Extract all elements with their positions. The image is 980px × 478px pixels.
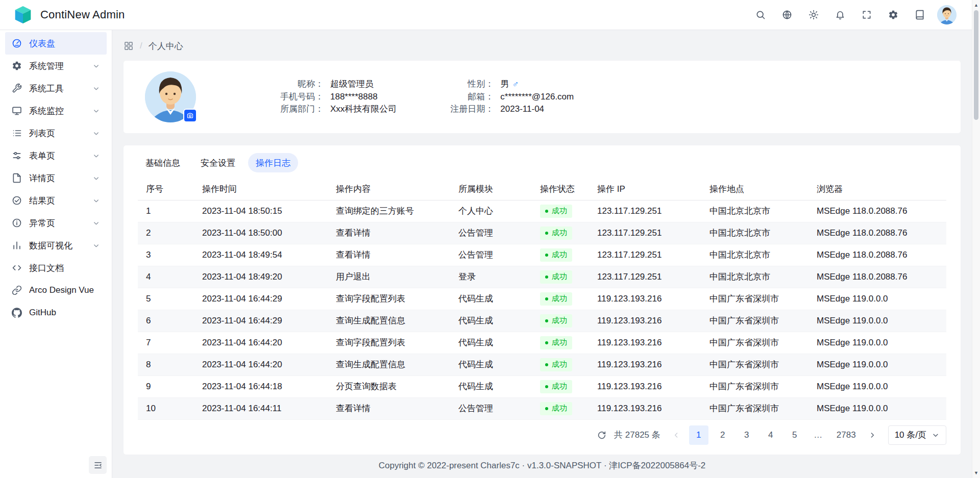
avatar-image [937,5,957,24]
cell-index: 3 [138,244,194,266]
page-button[interactable]: 1 [689,425,708,445]
status-badge: 成功 [540,336,572,349]
status-dot-icon [545,363,548,366]
page-button[interactable]: 3 [737,425,756,445]
page-button[interactable]: 4 [761,425,780,445]
breadcrumb-current: 个人中心 [149,40,183,52]
cell-browser: MSEdge 119.0.0.0 [808,332,946,354]
column-header: 操作状态 [532,178,589,200]
sidebar-collapse-button[interactable] [89,456,107,474]
sidebar-item[interactable]: 系统工具 [5,77,107,99]
user-avatar[interactable] [937,5,957,24]
status-label: 成功 [552,360,567,369]
refresh-button[interactable] [594,427,609,443]
sidebar-item[interactable]: 仪表盘 [5,32,107,55]
field-label: 手机号码： [236,91,324,104]
page-button[interactable]: 2783 [833,425,860,445]
sidebar-item[interactable]: 接口文档 [5,257,107,279]
page-button[interactable]: 5 [785,425,804,445]
sidebar-item-label: Arco Design Vue [29,285,100,295]
docs-button[interactable] [911,6,929,24]
fullscreen-button[interactable] [857,6,876,24]
change-avatar-button[interactable] [183,109,197,122]
cell-ip: 119.123.193.216 [589,375,701,397]
sidebar-item[interactable]: GitHub [5,301,107,324]
cell-ip: 119.123.193.216 [589,288,701,310]
sidebar-item[interactable]: 系统管理 [5,55,107,77]
cell-content: 查询绑定的三方账号 [328,200,450,222]
scrollbar-down-arrow[interactable]: ▼ [972,469,980,476]
profile-fields-right: 性别： 男 ♂ 邮箱： c********@126.com 注册日期： 2023… [427,78,574,116]
search-button[interactable] [751,6,770,24]
field-value: 超级管理员 [330,78,374,91]
next-page-button[interactable] [864,427,880,443]
page-size-select[interactable]: 10 条/页 [888,425,946,445]
scrollbar-up-arrow[interactable]: ▲ [972,2,980,9]
cell-index: 2 [138,222,194,244]
cell-time: 2023-11-04 16:44:11 [194,397,328,419]
profile-avatar[interactable] [145,71,196,122]
page-scrollbar[interactable]: ▲ ▼ [972,0,980,478]
chevron-down-icon [92,85,100,92]
table-row: 92023-11-04 16:44:18分页查询数据表代码生成成功119.123… [138,375,946,397]
sidebar-item[interactable]: 详情页 [5,167,107,189]
status-label: 成功 [552,228,567,238]
page-list: 12345…2783 [689,425,860,445]
app-root: ContiNew Admin 仪表盘系统管理系统工具系统监控列表页表单页详情页结… [0,0,972,478]
status-badge: 成功 [540,380,572,393]
sidebar-item[interactable]: 结果页 [5,189,107,212]
table-row: 22023-11-04 18:50:00查看详情公告管理成功123.117.12… [138,222,946,244]
tab-security-settings[interactable]: 安全设置 [193,153,243,172]
sidebar-item[interactable]: 系统监控 [5,99,107,122]
settings-button[interactable] [884,6,902,24]
page-ellipsis[interactable]: … [809,425,828,445]
chevron-down-icon [92,152,100,160]
cell-content: 查询字段配置列表 [328,332,450,354]
pagination: 共 27825 条 12345…2783 10 条/页 [138,425,946,445]
file-icon [12,173,22,183]
status-badge: 成功 [540,292,572,306]
page-button[interactable]: 2 [713,425,732,445]
cell-browser: MSEdge 119.0.0.0 [808,375,946,397]
apps-grid-icon[interactable] [124,41,134,51]
status-label: 成功 [552,272,567,282]
tab-operation-log[interactable]: 操作日志 [248,153,298,172]
status-dot-icon [545,275,548,279]
sidebar-item[interactable]: 列表页 [5,122,107,144]
status-dot-icon [545,297,548,300]
profile-fields-left: 昵称： 超级管理员 手机号码： 188****8888 所属部门： Xxx科技有… [236,78,397,116]
language-button[interactable] [778,6,796,24]
chevron-left-icon [672,431,680,439]
table-row: 102023-11-04 16:44:11查看详情公告管理成功119.123.1… [138,397,946,419]
table-header-row: 序号操作时间操作内容所属模块操作状态操作 IP操作地点浏览器 [138,178,946,200]
male-symbol: ♂ [512,78,519,91]
status-dot-icon [545,319,548,322]
table-row: 62023-11-04 16:44:29查询生成配置信息代码生成成功119.12… [138,310,946,332]
prev-page-button[interactable] [668,427,684,443]
cell-browser: MSEdge 119.0.0.0 [808,397,946,419]
sidebar-item[interactable]: 异常页 [5,212,107,234]
cell-index: 9 [138,375,194,397]
sidebar-item[interactable]: 数据可视化 [5,234,107,257]
translate-icon [782,10,792,20]
theme-toggle-button[interactable] [804,6,823,24]
cell-status: 成功 [532,354,589,375]
notifications-button[interactable] [831,6,849,24]
column-header: 操作内容 [328,178,450,200]
copyright-text: Copyright © 2022-present Charles7c · v1.… [379,460,706,471]
cell-content: 查询字段配置列表 [328,288,450,310]
cell-ip: 119.123.193.216 [589,310,701,332]
table-row: 72023-11-04 16:44:20查询字段配置列表代码生成成功119.12… [138,332,946,354]
sidebar-item[interactable]: 表单页 [5,144,107,167]
sidebar-item-label: 数据可视化 [29,240,85,251]
cell-location: 中国广东省深圳市 [701,375,808,397]
cell-status: 成功 [532,375,589,397]
sidebar-item[interactable]: Arco Design Vue [5,279,107,301]
scrollbar-thumb[interactable] [974,10,978,120]
column-header: 操作 IP [589,178,701,200]
field-value: 188****8888 [330,91,378,104]
sidebar-item-label: 系统监控 [29,105,85,117]
tab-basic-info[interactable]: 基础信息 [138,153,188,172]
logo-area[interactable]: ContiNew Admin [12,4,125,26]
profile-field-nickname: 昵称： 超级管理员 [236,78,397,91]
